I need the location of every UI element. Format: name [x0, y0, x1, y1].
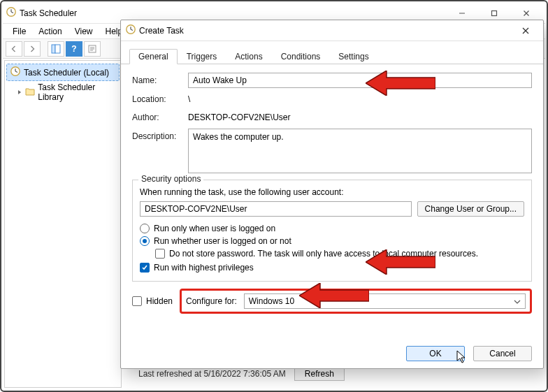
highest-privileges-label: Run with highest privileges	[154, 263, 254, 273]
tab-settings[interactable]: Settings	[329, 49, 377, 64]
toolbar-back-button[interactable]	[6, 41, 22, 57]
tab-general[interactable]: General	[129, 49, 178, 64]
configure-for-highlight: Configure for: Windows 10	[180, 289, 532, 314]
run-logged-on-label: Run only when user is logged on	[154, 224, 275, 233]
ts-status-bar: Last refreshed at 5/16/2022 7:36:05 AM R…	[138, 367, 345, 381]
run-logged-on-option[interactable]: Run only when user is logged on	[140, 224, 524, 233]
menu-view[interactable]: View	[69, 25, 99, 38]
folder-icon	[25, 87, 35, 98]
tree-root-item[interactable]: Task Scheduler (Local)	[6, 64, 120, 81]
ts-tree-panel: Task Scheduler (Local) Task Scheduler Li…	[4, 60, 122, 388]
svg-rect-4	[492, 10, 497, 15]
checkbox-icon	[140, 263, 150, 273]
run-whether-label: Run whether user is logged on or not	[154, 236, 291, 246]
configure-for-label: Configure for:	[186, 296, 237, 306]
menu-file[interactable]: File	[7, 25, 31, 38]
toolbar-tree-button[interactable]	[48, 41, 64, 57]
highest-privileges-option[interactable]: Run with highest privileges	[140, 263, 524, 273]
dialog-close-button[interactable]	[512, 22, 539, 39]
name-input[interactable]	[188, 73, 532, 88]
checkbox-icon	[155, 249, 165, 259]
clock-icon	[10, 66, 21, 79]
tree-child-item[interactable]: Task Scheduler Library	[6, 81, 120, 103]
description-label: Description:	[132, 129, 188, 141]
name-label: Name:	[132, 75, 188, 85]
no-store-password-label: Do not store password. The task will onl…	[169, 249, 478, 259]
refresh-button[interactable]: Refresh	[294, 367, 345, 381]
security-legend: Security options	[138, 174, 203, 184]
tab-triggers[interactable]: Triggers	[178, 49, 226, 64]
location-value: \	[188, 92, 532, 106]
change-user-button[interactable]: Change User or Group...	[417, 201, 524, 217]
toolbar-forward-button[interactable]	[24, 41, 41, 57]
ok-button[interactable]: OK	[406, 346, 465, 361]
caret-right-icon	[16, 89, 22, 96]
hidden-option[interactable]: Hidden	[132, 296, 173, 306]
configure-for-select[interactable]: Windows 10	[244, 293, 526, 309]
no-store-password-option[interactable]: Do not store password. The task will onl…	[155, 249, 524, 259]
dialog-tabs: General Triggers Actions Conditions Sett…	[121, 41, 543, 64]
toolbar-props-button[interactable]	[84, 41, 101, 57]
tree-child-label: Task Scheduler Library	[38, 82, 117, 102]
dialog-buttons: OK Cancel	[406, 346, 532, 361]
radio-icon	[140, 236, 150, 246]
checkbox-icon	[132, 296, 142, 306]
status-text: Last refreshed at 5/16/2022 7:36:05 AM	[138, 369, 286, 379]
author-label: Author:	[132, 112, 188, 122]
tree-root-label: Task Scheduler (Local)	[24, 68, 109, 78]
toolbar-help-button[interactable]: ?	[66, 41, 82, 57]
dialog-titlebar: Create Task	[121, 20, 543, 41]
tab-actions[interactable]: Actions	[226, 49, 271, 64]
account-field: DESKTOP-COFV2NE\User	[140, 201, 412, 217]
menu-action[interactable]: Action	[33, 25, 67, 38]
hidden-label: Hidden	[146, 296, 173, 306]
radio-icon	[140, 224, 150, 233]
dialog-title: Create Task	[136, 26, 512, 36]
dialog-body: Name: Location: \ Author: DESKTOP-COFV2N…	[121, 64, 543, 337]
run-whether-option[interactable]: Run whether user is logged on or not	[140, 236, 524, 246]
create-task-dialog: Create Task General Triggers Actions Con…	[120, 20, 544, 369]
ts-title: Task Scheduler	[17, 8, 446, 18]
cancel-button[interactable]: Cancel	[473, 346, 532, 361]
description-input[interactable]	[188, 129, 532, 173]
security-options-group: Security options When running the task, …	[132, 180, 532, 282]
account-prompt: When running the task, use the following…	[140, 187, 524, 197]
svg-rect-8	[55, 45, 60, 53]
tab-conditions[interactable]: Conditions	[272, 49, 330, 64]
svg-rect-7	[52, 45, 55, 53]
location-label: Location:	[132, 94, 188, 104]
configure-for-value: Windows 10	[249, 296, 294, 306]
chevron-down-icon	[514, 298, 521, 305]
clock-icon	[6, 6, 17, 20]
author-value: DESKTOP-COFV2NE\User	[188, 110, 532, 124]
clock-icon	[125, 24, 136, 37]
